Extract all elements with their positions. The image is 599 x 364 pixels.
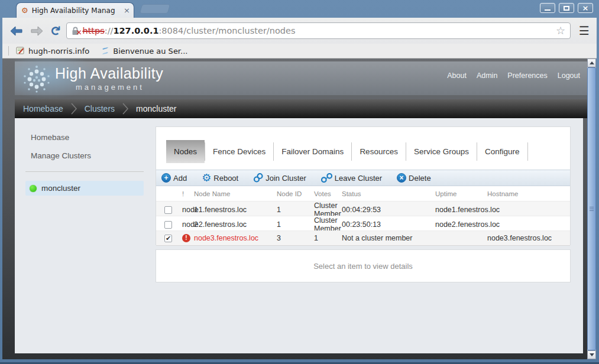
sidebar-item-manage-clusters[interactable]: Manage Clusters bbox=[31, 151, 91, 160]
tab-configure[interactable]: Configure bbox=[477, 140, 527, 163]
row-checkbox[interactable]: ✔ bbox=[164, 206, 172, 214]
node-id: 3 bbox=[277, 234, 314, 242]
breadcrumb-homebase[interactable]: Homebase bbox=[23, 104, 63, 113]
bookmark-hugh-norris[interactable]: hugh-norris.info bbox=[16, 47, 89, 56]
node-name-link[interactable]: node3.fenestros.loc bbox=[194, 234, 277, 242]
cluster-tabs: Nodes Fence Devices Failover Domains Res… bbox=[166, 140, 528, 163]
add-circle-icon: + bbox=[161, 173, 171, 183]
site-title: High Availability bbox=[55, 65, 163, 82]
url-path: :8084/cluster/moncluster/nodes bbox=[158, 26, 295, 35]
hostname: node3.fenestros.loc bbox=[487, 234, 570, 242]
luci-dots-logo-icon bbox=[22, 64, 51, 94]
breadcrumb-current-moncluster: moncluster bbox=[136, 104, 176, 113]
page-viewport: High Availability management About Admin… bbox=[2, 58, 596, 359]
cluster-status-green-icon bbox=[30, 185, 37, 192]
nodes-panel: Nodes Fence Devices Failover Domains Res… bbox=[156, 126, 571, 245]
tab-fence-devices[interactable]: Fence Devices bbox=[205, 140, 273, 163]
titlebar: ⚙ High Availability Manag × × bbox=[0, 0, 599, 18]
sidebar-divider bbox=[25, 171, 144, 172]
tab-nodes[interactable]: Nodes bbox=[166, 140, 205, 163]
browser-tab[interactable]: ⚙ High Availability Manag × bbox=[16, 2, 134, 18]
sidebar-item-moncluster[interactable]: moncluster bbox=[25, 181, 144, 196]
header-link-admin[interactable]: Admin bbox=[477, 72, 497, 80]
scrollbar-thumb[interactable] bbox=[587, 67, 596, 350]
leave-cluster-button[interactable]: Leave Cluster bbox=[321, 173, 382, 183]
tab-resources[interactable]: Resources bbox=[352, 140, 406, 163]
header-link-logout[interactable]: Logout bbox=[558, 72, 580, 80]
url-host: 127.0.0.1 bbox=[113, 26, 158, 35]
vertical-scrollbar[interactable] bbox=[587, 58, 596, 359]
uptime: 00:23:50:13 bbox=[342, 220, 435, 229]
site-subtitle: management bbox=[76, 83, 144, 92]
browser-navbar: ↻ ✕ https://127.0.0.1:8084/cluster/moncl… bbox=[2, 18, 597, 44]
tab-title: High Availability Manag bbox=[32, 6, 120, 15]
chain-link-icon bbox=[253, 173, 263, 183]
back-button[interactable] bbox=[9, 25, 24, 37]
table-row[interactable]: ✔ ! node1.fenestros.loc 1 1 Cluster Memb… bbox=[156, 201, 570, 216]
browser-menu-icon[interactable]: ☰ bbox=[577, 25, 592, 37]
site-header: High Availability management About Admin… bbox=[15, 61, 587, 95]
bookmark-bienvenue[interactable]: Bienvenue au Ser... bbox=[101, 47, 187, 56]
tab-close-icon[interactable]: × bbox=[124, 6, 130, 14]
reboot-gear-icon: ⚙ bbox=[202, 173, 211, 183]
swirl-icon bbox=[101, 47, 109, 55]
maximize-button[interactable] bbox=[559, 3, 574, 13]
node-id: 2 bbox=[194, 220, 277, 229]
join-cluster-label: Join Cluster bbox=[265, 174, 306, 183]
window-controls: × bbox=[540, 3, 593, 13]
tab-favicon-gear-icon: ⚙ bbox=[21, 6, 28, 14]
row-checkbox[interactable]: ✔ bbox=[164, 235, 172, 242]
join-cluster-button[interactable]: Join Cluster bbox=[253, 173, 306, 183]
leave-cluster-label: Leave Cluster bbox=[335, 174, 382, 183]
header-link-about[interactable]: About bbox=[447, 72, 467, 80]
url-separator: :// bbox=[105, 26, 114, 35]
col-node-name: Node Name bbox=[194, 190, 277, 197]
breadcrumb-clusters[interactable]: Clusters bbox=[85, 104, 115, 113]
table-row[interactable]: ✔ ! node3.fenestros.loc 3 1 Not a cluste… bbox=[156, 230, 570, 246]
table-row[interactable]: ✔ ! node2.fenestros.loc 2 1 Cluster Memb… bbox=[156, 216, 570, 230]
reboot-button[interactable]: ⚙ Reboot bbox=[202, 173, 238, 183]
new-tab-button[interactable] bbox=[140, 4, 171, 14]
delete-button[interactable]: × Delete bbox=[397, 173, 431, 183]
votes: 1 bbox=[277, 220, 314, 229]
status: Not a cluster member bbox=[342, 234, 435, 242]
node-name-link[interactable]: node1.fenestros.loc bbox=[182, 206, 194, 214]
content-area: Homebase Manage Clusters moncluster Node… bbox=[15, 118, 583, 353]
maximize-icon bbox=[564, 6, 569, 11]
col-warning: ! bbox=[182, 190, 194, 197]
minimize-icon bbox=[545, 9, 551, 11]
tab-separator bbox=[527, 142, 528, 161]
scroll-down-button[interactable] bbox=[587, 350, 596, 359]
delete-label: Delete bbox=[409, 174, 431, 183]
url-scheme: https bbox=[82, 26, 104, 35]
insecure-lock-icon: ✕ bbox=[72, 27, 79, 35]
close-button[interactable]: × bbox=[578, 3, 593, 13]
chevron-right-icon bbox=[70, 102, 77, 115]
note-pencil-icon bbox=[16, 47, 25, 55]
bookmark-label: Bienvenue au Ser... bbox=[113, 47, 187, 56]
reload-button[interactable]: ↻ bbox=[48, 25, 61, 36]
scroll-up-button[interactable] bbox=[587, 58, 596, 67]
hostname: node1.fenestros.loc bbox=[435, 206, 487, 214]
bookmarks-divider bbox=[8, 46, 9, 56]
chevron-right-icon bbox=[122, 102, 129, 115]
tab-failover-domains[interactable]: Failover Domains bbox=[274, 140, 351, 163]
bookmark-label: hugh-norris.info bbox=[28, 47, 89, 56]
cluster-name: moncluster bbox=[41, 184, 80, 193]
url-bar[interactable]: ✕ https://127.0.0.1:8084/cluster/monclus… bbox=[66, 22, 571, 39]
header-link-preferences[interactable]: Preferences bbox=[507, 72, 547, 80]
node-name-link[interactable]: node2.fenestros.loc bbox=[182, 220, 194, 229]
tab-service-groups[interactable]: Service Groups bbox=[406, 140, 477, 163]
minimize-button[interactable] bbox=[540, 3, 555, 13]
url-text: https://127.0.0.1:8084/cluster/moncluste… bbox=[82, 26, 552, 35]
arrow-up-icon bbox=[590, 61, 594, 64]
row-checkbox[interactable]: ✔ bbox=[164, 221, 172, 229]
votes: 1 bbox=[314, 234, 342, 242]
delete-circle-icon: × bbox=[397, 173, 406, 183]
bookmark-star-icon[interactable]: ☆ bbox=[556, 25, 565, 36]
sidebar-item-homebase[interactable]: Homebase bbox=[31, 133, 69, 142]
add-button[interactable]: + Add bbox=[161, 173, 187, 183]
header-links: About Admin Preferences Logout bbox=[447, 72, 580, 80]
node-actions-toolbar: + Add ⚙ Reboot Join Cluster bbox=[156, 170, 570, 186]
forward-button[interactable] bbox=[30, 25, 44, 37]
